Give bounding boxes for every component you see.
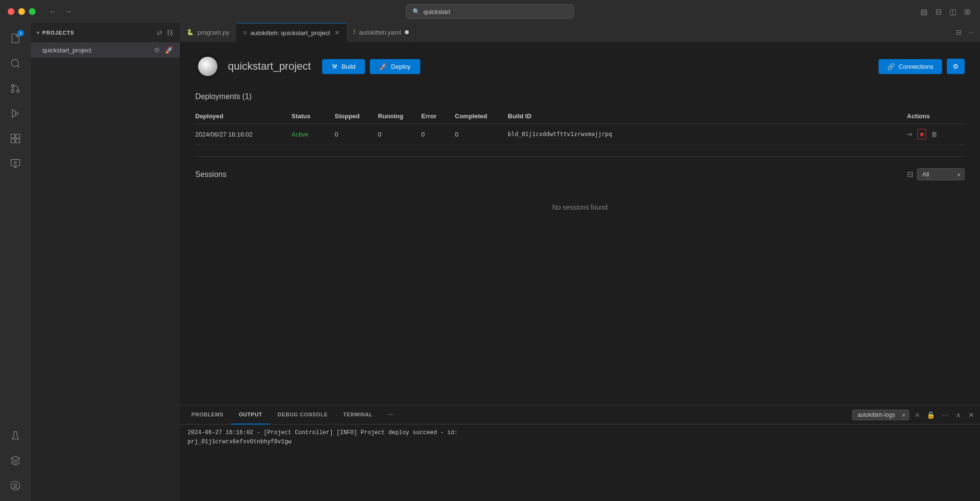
sidebar-toggle-icon[interactable]: ▤ <box>918 5 930 18</box>
search-input[interactable] <box>424 8 568 15</box>
chevron-down-icon: ▾ <box>37 29 39 36</box>
tab-terminal[interactable]: TERMINAL <box>336 405 380 425</box>
minimize-button[interactable] <box>18 8 25 15</box>
sidebar: ▾ Projects ⇄ ⛓ quickstart_project ⚙ 🚀 <box>31 23 180 501</box>
panel-tab-right-controls: autokitteh-logs ≡ 🔒 ··· ∧ ✕ <box>852 409 976 421</box>
connections-icon: 🔗 <box>887 63 895 70</box>
clear-output-icon[interactable]: ≡ <box>913 409 921 421</box>
log-source-select[interactable]: autokitteh-logs <box>852 410 909 420</box>
svg-line-1 <box>17 65 19 67</box>
build-button[interactable]: ⚒ Build <box>322 59 365 74</box>
project-logo-image <box>198 57 217 76</box>
bottom-panel: PROBLEMS OUTPUT DEBUG CONSOLE TERMINAL ·… <box>180 405 980 501</box>
sessions-header: Sessions ⊟ All Active Stopped Error Comp… <box>195 168 965 180</box>
panel-collapse-icon[interactable]: ∧ <box>954 409 963 421</box>
delete-icon[interactable]: 🗑 <box>931 130 938 138</box>
log-source-wrapper: autokitteh-logs <box>852 410 909 420</box>
yaml-file-icon: ! <box>353 29 355 36</box>
tab-problems[interactable]: PROBLEMS <box>184 405 231 425</box>
sessions-section: Sessions ⊟ All Active Stopped Error Comp… <box>195 168 965 226</box>
stop-icon[interactable]: ■ <box>917 129 926 139</box>
tab-bar-right-icons: ⊟ ··· <box>950 23 980 42</box>
tab-more[interactable]: ··· <box>380 405 401 425</box>
main-layout: ▾ Projects ⇄ ⛓ quickstart_project ⚙ 🚀 🐍 … <box>0 23 980 501</box>
customize-layout-icon[interactable]: ⊞ <box>962 5 972 18</box>
activity-item-search[interactable] <box>4 52 27 75</box>
col-header-stopped: Stopped <box>335 113 378 120</box>
no-sessions-message: No sessions found <box>195 188 965 226</box>
layout-icon[interactable]: ⊟ <box>933 5 943 18</box>
link-icon[interactable]: ⛓ <box>165 28 174 38</box>
activity-item-account[interactable] <box>4 474 27 497</box>
activity-item-explorer[interactable] <box>4 27 27 50</box>
deployments-table: Deployed Status Stopped Running Error Co… <box>195 109 965 145</box>
activity-item-run-debug[interactable] <box>4 102 27 125</box>
project-name-label: quickstart_project <box>42 47 153 54</box>
split-right-icon[interactable]: ⊟ <box>954 26 964 38</box>
search-icon: 🔍 <box>413 8 420 15</box>
log-line: 2024-06-27 16:16:02 - [Project Controlle… <box>188 428 972 447</box>
settings-button[interactable]: ⚙ <box>947 59 965 74</box>
cell-completed: 0 <box>455 131 508 138</box>
sessions-filter-select[interactable]: All Active Stopped Error Completed <box>917 168 965 180</box>
panel-tabs: PROBLEMS OUTPUT DEBUG CONSOLE TERMINAL ·… <box>180 405 980 425</box>
tab-output[interactable]: OUTPUT <box>231 405 270 425</box>
redeploy-icon[interactable]: ⇒ <box>907 130 913 138</box>
settings-icon: ⚙ <box>953 63 959 70</box>
svg-point-2 <box>17 90 20 93</box>
tab-program-py[interactable]: 🐍 program.py <box>180 23 237 42</box>
section-divider <box>195 156 965 157</box>
global-search-bar[interactable]: 🔍 <box>406 4 574 19</box>
deploy-button[interactable]: 🚀 Deploy <box>370 59 420 74</box>
activity-bar <box>0 23 31 501</box>
forward-button[interactable]: → <box>63 5 74 18</box>
project-settings-icon[interactable]: ⚙ <box>153 45 161 55</box>
header-right-actions: 🔗 Connections ⚙ <box>879 59 965 74</box>
titlebar-right-icons: ▤ ⊟ ◫ ⊞ <box>918 5 972 18</box>
col-header-deployed: Deployed <box>195 113 291 120</box>
lock-icon[interactable]: 🔒 <box>925 409 937 421</box>
editor-area: 🐍 program.py ≡ autokitteh: quickstart_pr… <box>180 23 980 501</box>
tab-autokitteh-yaml[interactable]: ! autokitteh.yaml <box>347 23 416 42</box>
back-button[interactable]: ← <box>47 5 59 18</box>
activity-item-source-control[interactable] <box>4 77 27 100</box>
close-button[interactable] <box>8 8 14 15</box>
activity-item-extensions[interactable] <box>4 127 27 150</box>
sessions-filter-wrapper: All Active Stopped Error Completed <box>917 168 965 180</box>
sidebar-item-quickstart-project[interactable]: quickstart_project ⚙ 🚀 <box>31 42 180 58</box>
connections-button[interactable]: 🔗 Connections <box>879 59 942 74</box>
project-run-icon[interactable]: 🚀 <box>164 45 174 55</box>
project-header: quickstart_project ⚒ Build 🚀 Deploy 🔗 Co… <box>195 54 965 79</box>
col-header-status: Status <box>291 113 335 120</box>
tab-close-icon[interactable]: ✕ <box>335 29 339 36</box>
sessions-filter: ⊟ All Active Stopped Error Completed <box>907 168 965 180</box>
panel-more-icon[interactable]: ··· <box>941 409 950 421</box>
sync-icon[interactable]: ⇄ <box>156 28 163 38</box>
sessions-title: Sessions <box>195 170 226 179</box>
deploy-icon: 🚀 <box>379 63 387 70</box>
col-header-running: Running <box>378 113 421 120</box>
cell-running: 0 <box>378 131 421 138</box>
action-icons: ⇒ ■ 🗑 <box>907 129 965 139</box>
autokitteh-tab-icon: ≡ <box>243 29 247 36</box>
tab-debug-console[interactable]: DEBUG CONSOLE <box>270 405 335 425</box>
project-logo <box>195 54 220 79</box>
col-header-actions: Actions <box>907 113 965 120</box>
more-tab-actions-icon[interactable]: ··· <box>967 26 976 38</box>
svg-rect-9 <box>16 134 20 138</box>
activity-item-flask[interactable] <box>4 424 27 447</box>
sidebar-collapse-toggle[interactable]: ▾ Projects <box>37 29 74 36</box>
activity-item-remote[interactable] <box>4 152 27 175</box>
tab-autokitteh-quickstart[interactable]: ≡ autokitteh: quickstart_project ✕ <box>237 23 347 42</box>
svg-rect-11 <box>16 139 20 143</box>
tab-modified-indicator <box>405 30 409 34</box>
maximize-button[interactable] <box>29 8 36 15</box>
sidebar-title: Projects <box>42 30 74 36</box>
activity-item-blocks[interactable] <box>4 449 27 472</box>
svg-rect-12 <box>11 160 20 166</box>
split-editor-icon[interactable]: ◫ <box>947 5 958 18</box>
header-actions: ⚒ Build 🚀 Deploy <box>322 59 420 74</box>
panel-close-icon[interactable]: ✕ <box>967 409 976 421</box>
cell-build-id: bld_01j1cxddwtfttv1zrwxmajjrpq <box>508 131 907 138</box>
build-icon: ⚒ <box>332 63 338 70</box>
